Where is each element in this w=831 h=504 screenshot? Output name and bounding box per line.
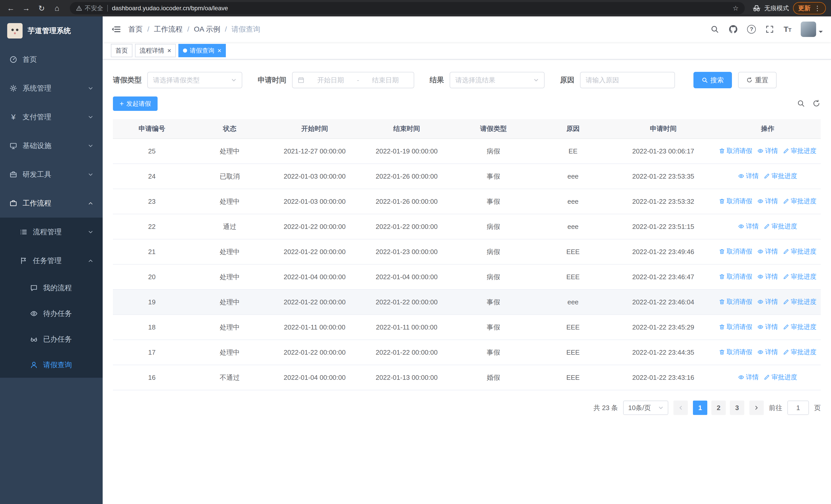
- avatar: [801, 22, 816, 37]
- action-progress-link[interactable]: 审批进度: [783, 147, 816, 155]
- action-progress-link[interactable]: 审批进度: [783, 297, 816, 306]
- start-date-placeholder: 开始日期: [308, 76, 354, 85]
- help-icon[interactable]: ?: [747, 25, 756, 34]
- refresh-icon[interactable]: [812, 99, 821, 108]
- sidebar-item-process-mgmt[interactable]: 流程管理: [0, 217, 103, 246]
- tab-process-detail[interactable]: 流程详情 ×: [135, 44, 176, 57]
- browser-back-icon[interactable]: ←: [5, 3, 17, 14]
- action-detail-link[interactable]: 详情: [738, 373, 758, 381]
- action-cancel-link[interactable]: 取消请假: [719, 297, 752, 306]
- list-icon: [20, 228, 28, 236]
- cell-apply-id: 17: [113, 340, 191, 365]
- action-progress-link[interactable]: 审批进度: [783, 272, 816, 281]
- page-button-1[interactable]: 1: [693, 401, 707, 415]
- not-secure-warning[interactable]: 不安全: [76, 4, 103, 12]
- github-icon[interactable]: [728, 25, 738, 34]
- action-detail-link[interactable]: 详情: [738, 222, 758, 231]
- sidebar-item-task-mgmt[interactable]: 任务管理: [0, 246, 103, 275]
- goto-page-input[interactable]: [787, 401, 809, 415]
- breadcrumb-item-workflow[interactable]: 工作流程: [154, 24, 183, 34]
- cell-start-time: 2022-01-03 00:00:00: [269, 189, 361, 214]
- sidebar-item-payment[interactable]: ¥ 支付管理: [0, 102, 103, 131]
- action-cancel-link[interactable]: 取消请假: [719, 247, 752, 256]
- action-cancel-link[interactable]: 取消请假: [719, 272, 752, 281]
- sidebar-item-done-tasks[interactable]: 已办任务: [0, 326, 103, 352]
- action-progress-link[interactable]: 审批进度: [783, 348, 816, 356]
- breadcrumb-item-oa-example[interactable]: OA 示例: [194, 24, 221, 34]
- address-bar[interactable]: 不安全 dashboard.yudao.iocoder.cn/bpm/oa/le…: [70, 2, 745, 14]
- goto-suffix-label: 页: [814, 404, 821, 412]
- search-icon[interactable]: [710, 25, 719, 34]
- workflow-submenu: 流程管理 任务管理 我的流程 待办任务 已办: [0, 217, 103, 378]
- sidebar-collapse-icon[interactable]: [111, 24, 121, 34]
- reset-button[interactable]: 重置: [738, 72, 777, 88]
- prev-page-button[interactable]: [674, 401, 688, 415]
- browser-reload-icon[interactable]: ↻: [36, 3, 47, 14]
- user-menu[interactable]: [801, 22, 823, 37]
- action-detail-link[interactable]: 详情: [738, 172, 758, 180]
- action-progress-link[interactable]: 审批进度: [783, 197, 816, 205]
- apply-time-range-picker[interactable]: 开始日期 - 结束日期: [292, 72, 414, 88]
- tags-view-bar: 首页 流程详情 × 请假查询 ×: [103, 42, 831, 60]
- action-cancel-link[interactable]: 取消请假: [719, 147, 752, 155]
- sidebar-item-leave-query[interactable]: 请假查询: [0, 352, 103, 378]
- table-row: 16不通过2022-01-04 00:00:002022-01-13 00:00…: [113, 365, 821, 390]
- sidebar-item-label: 研发工具: [23, 170, 51, 179]
- sidebar-item-my-process[interactable]: 我的流程: [0, 275, 103, 301]
- cell-apply-time: 2022-01-22 23:51:15: [612, 214, 715, 239]
- sidebar-item-infrastructure[interactable]: 基础设施: [0, 131, 103, 160]
- sidebar-item-dev-tools[interactable]: 研发工具: [0, 160, 103, 189]
- table-row: 18处理中2022-01-11 00:00:002022-01-11 00:00…: [113, 315, 821, 340]
- cell-end-time: 2022-01-11 00:00:00: [361, 315, 453, 340]
- sidebar-item-label: 首页: [23, 55, 37, 64]
- action-progress-link[interactable]: 审批进度: [783, 247, 816, 256]
- action-detail-link[interactable]: 详情: [757, 297, 778, 306]
- search-button[interactable]: 搜索: [693, 72, 732, 88]
- sidebar-item-todo-tasks[interactable]: 待办任务: [0, 301, 103, 326]
- breadcrumb-item-home[interactable]: 首页: [128, 24, 143, 34]
- bookmark-star-icon[interactable]: ☆: [733, 4, 739, 12]
- browser-home-icon[interactable]: ⌂: [51, 3, 63, 14]
- sidebar-item-workflow[interactable]: 工作流程: [0, 189, 103, 217]
- action-detail-link[interactable]: 详情: [757, 197, 778, 205]
- create-leave-button[interactable]: + 发起请假: [113, 96, 157, 111]
- app-logo[interactable]: 芋道管理系统: [0, 17, 103, 45]
- browser-menu-icon[interactable]: ⋮: [814, 5, 821, 11]
- page-button-3[interactable]: 3: [730, 401, 744, 415]
- toggle-search-icon[interactable]: [797, 99, 805, 108]
- tab-leave-query[interactable]: 请假查询 ×: [178, 44, 226, 57]
- action-detail-link[interactable]: 详情: [757, 348, 778, 356]
- sidebar-item-home[interactable]: 首页: [0, 45, 103, 74]
- reason-input[interactable]: [580, 72, 675, 88]
- action-progress-link[interactable]: 审批进度: [764, 373, 797, 381]
- page-button-2[interactable]: 2: [711, 401, 726, 415]
- cell-actions: 详情审批进度: [715, 365, 821, 390]
- fullscreen-icon[interactable]: [765, 25, 774, 34]
- action-progress-link[interactable]: 审批进度: [764, 172, 797, 180]
- close-icon[interactable]: ×: [167, 47, 171, 54]
- font-size-icon[interactable]: TT: [783, 25, 792, 34]
- cell-reason: eee: [534, 214, 612, 239]
- tab-home[interactable]: 首页: [111, 44, 133, 57]
- action-progress-link[interactable]: 审批进度: [764, 222, 797, 231]
- next-page-button[interactable]: [749, 401, 764, 415]
- page-size-select[interactable]: 10条/页: [623, 401, 668, 415]
- action-progress-link[interactable]: 审批进度: [783, 323, 816, 331]
- result-select[interactable]: 请选择流结果: [450, 72, 545, 88]
- sidebar-item-system[interactable]: 系统管理: [0, 74, 103, 102]
- cell-leave-type: 病假: [453, 214, 534, 239]
- action-cancel-link[interactable]: 取消请假: [719, 323, 752, 331]
- action-cancel-link[interactable]: 取消请假: [719, 197, 752, 205]
- browser-update-chip[interactable]: 更新 ⋮: [793, 2, 826, 14]
- action-detail-link[interactable]: 详情: [757, 147, 778, 155]
- action-cancel-link[interactable]: 取消请假: [719, 348, 752, 356]
- action-detail-link[interactable]: 详情: [757, 247, 778, 256]
- browser-toolbar: ← → ↻ ⌂ 不安全 dashboard.yudao.iocoder.cn/b…: [0, 0, 831, 17]
- action-detail-link[interactable]: 详情: [757, 323, 778, 331]
- action-detail-link[interactable]: 详情: [757, 272, 778, 281]
- cell-status: 处理中: [191, 340, 268, 365]
- leave-type-select[interactable]: 请选择请假类型: [147, 72, 242, 88]
- close-icon[interactable]: ×: [218, 47, 221, 54]
- sidebar-item-label: 流程管理: [33, 227, 62, 237]
- browser-forward-icon[interactable]: →: [21, 3, 32, 14]
